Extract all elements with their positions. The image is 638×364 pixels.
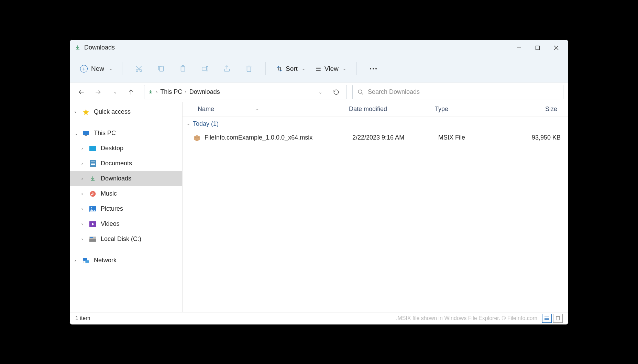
- downloads-icon: [75, 45, 81, 51]
- music-icon: [89, 190, 97, 198]
- videos-icon: [89, 220, 97, 228]
- chevron-right-icon: ›: [81, 222, 87, 227]
- network-icon: [82, 257, 90, 264]
- svg-rect-34: [91, 164, 95, 165]
- copy-button[interactable]: [153, 61, 168, 76]
- address-bar[interactable]: › This PC › Downloads ⌄: [144, 85, 347, 99]
- separator: [356, 62, 357, 75]
- delete-button[interactable]: [241, 61, 256, 76]
- sort-label: Sort: [286, 65, 298, 73]
- new-button[interactable]: + New ⌄: [77, 63, 116, 75]
- column-header-type[interactable]: Type: [435, 106, 509, 113]
- group-label: Today (1): [193, 120, 219, 128]
- sidebar-desktop[interactable]: › Desktop: [70, 141, 182, 156]
- cut-button[interactable]: [131, 61, 146, 76]
- chevron-right-icon: ›: [81, 146, 87, 151]
- separator: [122, 62, 122, 75]
- column-header-name[interactable]: Name ︿: [198, 106, 349, 113]
- file-size: 93,950 KB: [513, 134, 561, 141]
- svg-rect-1: [536, 46, 540, 49]
- breadcrumb-this-pc[interactable]: This PC: [160, 88, 182, 96]
- column-header-date[interactable]: Date modified: [349, 106, 435, 113]
- package-icon: [193, 134, 201, 142]
- sidebar-quick-access[interactable]: › Quick access: [70, 104, 182, 120]
- svg-rect-29: [85, 135, 87, 136]
- more-button[interactable]: [366, 61, 381, 76]
- sidebar-network[interactable]: › Network: [70, 253, 182, 268]
- svg-rect-8: [160, 66, 163, 71]
- sidebar-music[interactable]: › Music: [70, 186, 182, 201]
- toolbar: + New ⌄ Sort ⌄ View ⌄: [70, 56, 568, 82]
- refresh-button[interactable]: [329, 85, 343, 99]
- sidebar-label: Downloads: [101, 175, 131, 182]
- chevron-down-icon: ⌄: [113, 90, 117, 95]
- chevron-right-icon: ›: [81, 161, 87, 166]
- sidebar-pictures[interactable]: › Pictures: [70, 201, 182, 217]
- status-bar: 1 item .MSIX file shown in Windows File …: [70, 312, 568, 324]
- chevron-down-icon: ⌄: [343, 66, 346, 71]
- chevron-right-icon: ›: [156, 89, 157, 95]
- maximize-button[interactable]: [528, 40, 547, 55]
- chevron-right-icon: ›: [81, 237, 87, 242]
- downloads-icon: [148, 89, 153, 95]
- svg-point-37: [91, 207, 92, 208]
- view-mode-toggle: [542, 314, 563, 323]
- sidebar-local-disk[interactable]: › Local Disk (C:): [70, 232, 182, 247]
- rename-button[interactable]: [197, 61, 212, 76]
- thumbnails-view-button[interactable]: [553, 314, 563, 323]
- view-button[interactable]: View ⌄: [312, 63, 349, 75]
- sidebar-documents[interactable]: › Documents: [70, 156, 182, 171]
- address-dropdown-button[interactable]: ⌄: [313, 85, 327, 99]
- sidebar-label: Desktop: [101, 145, 123, 152]
- svg-rect-27: [83, 131, 89, 135]
- monitor-icon: [82, 130, 90, 137]
- svg-rect-33: [91, 163, 95, 164]
- chevron-down-icon: ⌄: [187, 121, 190, 126]
- sort-button[interactable]: Sort ⌄: [273, 63, 308, 75]
- view-label: View: [324, 65, 339, 73]
- file-explorer-window: Downloads + New ⌄ Sort ⌄ View ⌄: [69, 40, 569, 325]
- file-row[interactable]: FileInfo.comExample_1.0.0.0_x64.msix 2/2…: [183, 130, 568, 145]
- sidebar-label: Local Disk (C:): [101, 235, 141, 243]
- details-view-button[interactable]: [542, 314, 552, 323]
- breadcrumb-downloads[interactable]: Downloads: [189, 88, 220, 96]
- svg-rect-30: [89, 146, 96, 151]
- search-input[interactable]: [368, 88, 558, 96]
- svg-point-21: [375, 68, 377, 69]
- group-header-today[interactable]: ⌄ Today (1): [183, 117, 568, 130]
- sort-asc-icon: ︿: [255, 107, 259, 112]
- sidebar-label: Music: [101, 190, 117, 197]
- column-headers: Name ︿ Date modified Type Size: [183, 102, 568, 117]
- file-list: Name ︿ Date modified Type Size ⌄ Today (…: [183, 102, 568, 312]
- sidebar-downloads[interactable]: › Downloads: [70, 171, 182, 186]
- desktop-icon: [89, 145, 97, 152]
- body: › Quick access ⌄ This PC › Desktop › Doc…: [70, 102, 568, 312]
- svg-rect-11: [202, 67, 207, 70]
- share-button[interactable]: [219, 61, 234, 76]
- file-name: FileInfo.comExample_1.0.0.0_x64.msix: [205, 134, 352, 141]
- sidebar-this-pc[interactable]: ⌄ This PC: [70, 126, 182, 141]
- paste-button[interactable]: [175, 61, 190, 76]
- chevron-right-icon: ›: [185, 89, 186, 95]
- new-label: New: [91, 65, 104, 73]
- sidebar-label: Videos: [101, 220, 120, 228]
- drive-icon: [89, 235, 97, 243]
- chevron-right-icon: ›: [75, 258, 80, 263]
- chevron-down-icon: ⌄: [75, 131, 80, 136]
- view-icon: [315, 65, 322, 72]
- sidebar-videos[interactable]: › Videos: [70, 217, 182, 232]
- sidebar-label: Documents: [101, 160, 132, 167]
- back-button[interactable]: [75, 85, 88, 99]
- column-header-size[interactable]: Size: [509, 106, 557, 113]
- forward-button[interactable]: [91, 85, 105, 99]
- chevron-down-icon: ⌄: [319, 90, 322, 95]
- titlebar: Downloads: [70, 40, 568, 56]
- search-box[interactable]: [352, 85, 563, 99]
- chevron-right-icon: ›: [81, 191, 87, 196]
- navigation-pane: › Quick access ⌄ This PC › Desktop › Doc…: [70, 102, 183, 312]
- close-button[interactable]: [547, 40, 565, 55]
- svg-point-20: [373, 68, 374, 69]
- minimize-button[interactable]: [510, 40, 528, 55]
- recent-locations-button[interactable]: ⌄: [108, 85, 121, 99]
- up-button[interactable]: [124, 85, 138, 99]
